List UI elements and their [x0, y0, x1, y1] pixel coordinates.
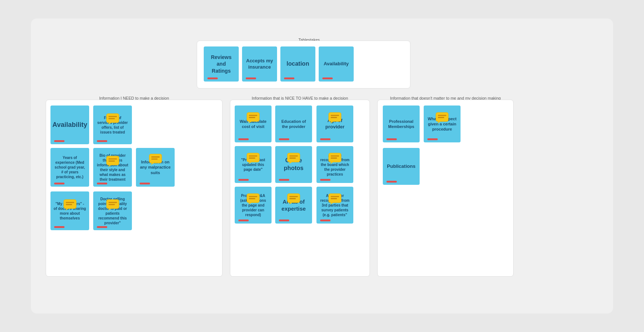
sticky-awards-3rd[interactable]: Awards or recognition from 3rd parties t… [316, 187, 353, 224]
svg-marker-45 [289, 203, 292, 205]
sticky-location[interactable]: location [280, 46, 315, 82]
svg-marker-37 [330, 162, 333, 164]
svg-rect-39 [331, 158, 337, 159]
sticky-cost[interactable]: Wait calculate cost of visit [235, 106, 272, 142]
chat-icon-awards-board [328, 152, 342, 164]
sticky-expect[interactable]: What to expect given a certain procedure [424, 106, 461, 142]
svg-rect-6 [108, 159, 117, 160]
svg-rect-28 [247, 153, 259, 162]
chat-icon-cost [246, 112, 260, 124]
chat-icon-expertise [287, 193, 301, 205]
svg-marker-41 [248, 203, 252, 205]
svg-rect-36 [329, 153, 341, 162]
svg-rect-31 [249, 158, 255, 159]
svg-marker-13 [65, 209, 68, 211]
svg-rect-11 [151, 159, 157, 160]
svg-marker-21 [248, 121, 252, 124]
sticky-availability-need[interactable]: Availability [50, 106, 89, 144]
chat-icon-malpractice [148, 153, 162, 165]
chat-icon-bio [106, 155, 120, 167]
main-canvas: Tablestakes Reviews and Ratings Accepts … [31, 18, 613, 314]
sticky-malpractice[interactable]: Information on any malpractice suits [136, 148, 175, 187]
chat-icon [106, 113, 120, 125]
chat-icon-awards-3rd [328, 193, 342, 205]
sticky-insurance[interactable]: Accepts my insurance [242, 46, 277, 82]
svg-rect-15 [66, 204, 72, 205]
svg-rect-7 [108, 161, 115, 162]
chat-icon-selling [106, 199, 120, 211]
svg-rect-22 [249, 115, 258, 116]
svg-rect-52 [436, 113, 448, 121]
svg-marker-9 [150, 163, 154, 165]
chat-icon-qa [246, 193, 260, 205]
chat-icon-age [328, 112, 342, 124]
svg-rect-24 [329, 113, 341, 121]
sticky-my-providers[interactable]: "My providers" - of doctors sharing more… [50, 191, 89, 230]
svg-rect-50 [331, 196, 339, 197]
svg-rect-19 [108, 204, 115, 205]
svg-marker-53 [437, 121, 441, 124]
svg-marker-1 [108, 123, 111, 125]
sticky-age[interactable]: Age of provider [316, 106, 353, 142]
svg-rect-4 [106, 156, 119, 165]
sticky-reviews[interactable]: Reviews and Ratings [204, 46, 239, 82]
svg-marker-49 [330, 203, 333, 205]
sticky-expertise[interactable]: Areas of expertise [275, 187, 312, 224]
sticky-publications[interactable]: Publications [383, 148, 420, 185]
svg-marker-17 [108, 209, 111, 211]
sticky-qa[interactable]: Provider Q&A (ask questions the page and… [235, 187, 272, 224]
sticky-experience[interactable]: Years of experience (Med school grad yea… [50, 148, 89, 187]
svg-marker-25 [330, 121, 333, 124]
svg-rect-8 [149, 154, 162, 163]
svg-rect-55 [438, 117, 444, 118]
svg-rect-27 [331, 117, 337, 118]
svg-rect-26 [331, 115, 339, 116]
svg-rect-43 [249, 198, 255, 199]
svg-marker-33 [289, 162, 292, 164]
sticky-bio[interactable]: Bio of provider that shares information … [93, 148, 132, 187]
svg-rect-47 [290, 198, 296, 199]
chat-icon-providers [63, 199, 77, 211]
sticky-doctor-selling[interactable]: Doctor selling points or quality doctor … [93, 191, 132, 230]
svg-rect-14 [66, 202, 74, 203]
svg-rect-23 [249, 117, 255, 118]
svg-marker-5 [108, 165, 111, 167]
svg-rect-46 [290, 196, 298, 197]
svg-rect-51 [331, 198, 337, 199]
chat-icon-updated [246, 152, 260, 164]
svg-rect-54 [438, 115, 447, 116]
need-section: Availability Full list of services provi… [46, 100, 223, 277]
svg-rect-0 [106, 114, 119, 122]
svg-marker-29 [248, 162, 252, 164]
svg-rect-34 [290, 155, 298, 156]
svg-rect-42 [249, 196, 258, 197]
chat-icon-photos [287, 152, 301, 164]
svg-rect-38 [331, 155, 339, 156]
sticky-updated[interactable]: "Provider last updated this page date" [235, 146, 272, 183]
svg-rect-20 [247, 113, 259, 121]
no-matter-section: Professional Memberships What to expect … [377, 100, 514, 277]
sticky-availability-ts[interactable]: Availability [319, 46, 354, 82]
tablestakes-section: Reviews and Ratings Accepts my insurance… [197, 41, 410, 89]
chat-icon-expect [435, 112, 449, 124]
sticky-photos[interactable]: Office photos [275, 146, 312, 183]
svg-rect-3 [108, 118, 115, 120]
sticky-education[interactable]: Education of the provider [275, 106, 312, 142]
sticky-memberships[interactable]: Professional Memberships [383, 106, 420, 142]
svg-rect-32 [287, 153, 300, 162]
svg-rect-10 [151, 156, 160, 158]
svg-rect-35 [290, 158, 296, 159]
svg-rect-30 [249, 155, 258, 156]
sticky-awards-board[interactable]: Awards recognition from the board which … [316, 146, 353, 183]
sticky-services[interactable]: Full list of services provider offers, l… [93, 106, 132, 144]
nice-section: Wait calculate cost of visit Education o… [230, 100, 370, 277]
svg-rect-2 [108, 116, 117, 117]
svg-rect-18 [108, 202, 117, 203]
